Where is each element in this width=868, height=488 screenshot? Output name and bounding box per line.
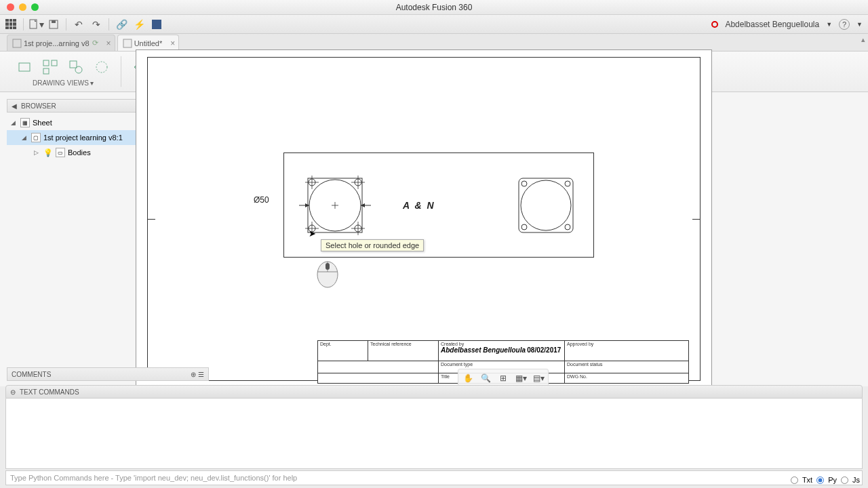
part-iso-view xyxy=(512,171,580,239)
svg-rect-5 xyxy=(123,39,132,47)
svg-rect-6 xyxy=(19,63,30,71)
bulb-icon[interactable]: 💡 xyxy=(43,148,53,157)
pan-icon[interactable]: ✋ xyxy=(460,371,475,385)
svg-point-58 xyxy=(521,180,571,230)
svg-point-61 xyxy=(521,224,527,230)
tab-untitled[interactable]: Untitled* × xyxy=(117,35,180,51)
radio-js[interactable] xyxy=(841,476,848,484)
component-icon: ▢ xyxy=(31,133,41,142)
svg-rect-2 xyxy=(52,20,56,23)
svg-point-12 xyxy=(96,62,107,73)
user-name[interactable]: Abdelbasset Benguelloula xyxy=(725,20,819,29)
panel-icon[interactable] xyxy=(151,19,162,30)
display-settings-icon[interactable]: ▦▾ xyxy=(513,371,528,385)
window-minimize-button[interactable] xyxy=(19,3,26,11)
add-comment-icon[interactable]: ⊕ ☰ xyxy=(191,371,204,378)
tab-label: Untitled* xyxy=(134,39,163,47)
annotation-text[interactable]: A & N xyxy=(403,200,435,211)
record-icon[interactable] xyxy=(711,21,718,28)
svg-rect-9 xyxy=(43,68,49,74)
grid-settings-icon[interactable]: ▤▾ xyxy=(531,371,546,385)
svg-rect-57 xyxy=(519,178,573,232)
svg-rect-8 xyxy=(52,60,57,66)
drawing-sheet[interactable]: Ø50 A & N ➤ Select hole or rounded edge … xyxy=(136,49,712,388)
language-toggle: Txt Py Js xyxy=(791,476,860,484)
text-commands-body[interactable] xyxy=(5,399,863,469)
folder-icon: ▭ xyxy=(56,148,65,157)
base-view-icon[interactable] xyxy=(14,56,35,78)
part-front-view xyxy=(291,161,379,249)
svg-point-60 xyxy=(565,181,570,186)
save-icon[interactable] xyxy=(48,19,59,30)
detail-view-icon[interactable] xyxy=(65,56,87,78)
quick-access-toolbar: ▾ ↶ ↷ 🔗 ⚡ Abdelbasset Benguelloula▼ ?▼ xyxy=(0,15,868,34)
collapse-tabs-icon[interactable]: ▴ xyxy=(861,35,865,44)
script-icon[interactable]: ⚡ xyxy=(134,19,144,30)
window-close-button[interactable] xyxy=(7,3,14,11)
svg-rect-10 xyxy=(70,61,77,68)
cursor-icon: ➤ xyxy=(309,228,316,239)
zoom-icon[interactable]: 🔍 xyxy=(478,371,493,385)
section-view-icon[interactable] xyxy=(91,56,113,78)
svg-rect-3 xyxy=(152,20,161,29)
comments-panel[interactable]: COMMENTS ⊕ ☰ xyxy=(7,367,209,381)
collapse-icon[interactable]: ⊖ xyxy=(10,388,16,396)
radio-txt[interactable] xyxy=(791,476,798,484)
svg-point-62 xyxy=(565,224,570,230)
file-menu-icon[interactable]: ▾ xyxy=(31,19,41,30)
svg-point-59 xyxy=(521,181,527,186)
main-canvas-area: ◀ BROWSER ● ☰ ◢ ▦ Sheet ◢ ▢ 1st project … xyxy=(0,92,868,386)
tab-label: 1st proje...arning v8 xyxy=(24,39,90,47)
close-icon[interactable]: × xyxy=(170,39,175,48)
zoom-window-icon[interactable]: ⊞ xyxy=(496,371,511,385)
collapse-icon[interactable]: ◀ xyxy=(12,102,17,110)
mouse-hint-icon xyxy=(316,258,339,288)
ribbon-group-drawing-views: DRAWING VIEWS ▾ xyxy=(14,56,113,87)
svg-rect-7 xyxy=(43,60,49,66)
dimension-label[interactable]: Ø50 xyxy=(254,195,269,205)
tab-project[interactable]: 1st proje...arning v8 ⟳ × xyxy=(7,35,115,51)
projected-view-icon[interactable] xyxy=(39,56,61,78)
radio-py[interactable] xyxy=(816,476,824,484)
link-icon[interactable]: 🔗 xyxy=(116,19,127,30)
close-icon[interactable]: × xyxy=(106,39,111,48)
sheet-icon: ▦ xyxy=(20,118,30,127)
app-title: Autodesk Fusion 360 xyxy=(396,3,473,12)
svg-point-11 xyxy=(75,66,82,73)
window-zoom-button[interactable] xyxy=(31,3,39,11)
titlebar: Autodesk Fusion 360 xyxy=(0,0,868,15)
svg-rect-64 xyxy=(326,263,330,270)
redo-icon[interactable]: ↷ xyxy=(91,19,102,30)
undo-icon[interactable]: ↶ xyxy=(73,19,84,30)
tooltip: Select hole or rounded edge xyxy=(321,239,424,251)
help-icon[interactable]: ? xyxy=(839,19,850,30)
text-commands-header[interactable]: ⊖ TEXT COMMANDS xyxy=(5,385,863,399)
svg-rect-4 xyxy=(13,39,21,47)
data-panel-icon[interactable] xyxy=(5,19,16,30)
command-input[interactable]: Type Python Commands here - Type 'import… xyxy=(5,470,863,485)
sheet-border: Ø50 A & N ➤ Select hole or rounded edge … xyxy=(147,57,701,381)
